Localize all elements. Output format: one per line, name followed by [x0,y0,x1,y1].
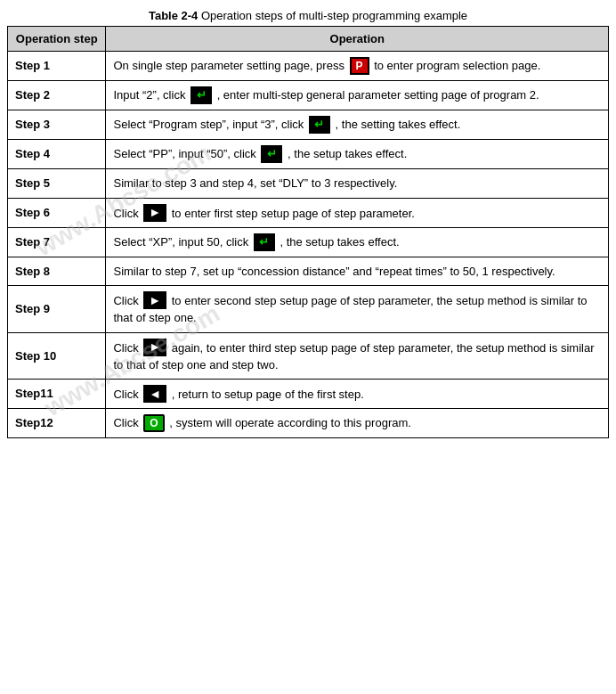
enter-key-icon: ↵ [309,116,330,134]
main-table: Operation step Operation Step 1On single… [7,26,609,438]
arrow-right-icon: ► [143,339,166,356]
table-row: Step 2Input “2”, click ↵ , enter multi-s… [8,81,609,110]
table-row: Step 5Similar to step 3 and step 4, set … [8,169,609,199]
table-title-rest: Operation steps of multi-step programmin… [198,9,467,22]
operation-cell: Select “XP”, input 50, click ↵ , the set… [106,227,609,257]
operation-cell: Click ► to enter first step setup page o… [106,198,609,227]
header-row: Operation step Operation [8,27,609,52]
step-cell: Step 1 [8,52,106,81]
table-row: Step 10Click ► again, to enter third ste… [8,332,609,380]
col-header-step: Operation step [8,27,106,52]
operation-cell: Click ► to enter second step setup page … [106,286,609,333]
operation-cell: Select “PP”, input “50”, click ↵ , the s… [106,140,609,169]
table-row: Step 4Select “PP”, input “50”, click ↵ ,… [8,140,609,169]
p-key-icon: P [350,57,369,75]
table-wrapper: www.Abcse.com www.Abcse.com www.Abcse.co… [7,26,609,438]
operation-cell: Similar to step 3 and step 4, set “DLY” … [106,169,609,199]
arrow-right-icon: ► [143,204,166,222]
enter-key-icon: ↵ [190,86,212,104]
step-cell: Step 2 [8,81,106,110]
operation-cell: On single step parameter setting page, p… [106,52,609,81]
step-cell: Step 9 [8,286,106,333]
operation-cell: Click O , system will operate according … [106,409,609,438]
o-key-icon: O [143,414,164,432]
enter-key-icon: ↵ [254,233,275,251]
table-row: Step 7Select “XP”, input 50, click ↵ , t… [8,227,609,257]
arrow-left-icon: ◄ [143,385,166,403]
table-row: Step 3Select “Program step”, input “3”, … [8,110,609,140]
table-title: Table 2-4 Operation steps of multi-step … [7,9,609,22]
table-title-strong: Table 2-4 [149,9,198,22]
table-row: Step 6Click ► to enter first step setup … [8,198,609,227]
step-cell: Step 7 [8,227,106,257]
step-cell: Step12 [8,409,106,438]
step-cell: Step 3 [8,110,106,140]
step-cell: Step11 [8,380,106,409]
operation-cell: Select “Program step”, input “3”, click … [106,110,609,140]
table-row: Step12Click O , system will operate acco… [8,409,609,438]
step-cell: Step 10 [8,332,106,380]
step-cell: Step 4 [8,140,106,169]
arrow-right-icon: ► [143,291,166,309]
operation-cell: Input “2”, click ↵ , enter multi-step ge… [106,81,609,110]
table-row: Step11Click ◄ , return to setup page of … [8,380,609,409]
step-cell: Step 6 [8,198,106,227]
table-row: Step 9Click ► to enter second step setup… [8,286,609,333]
step-cell: Step 5 [8,169,106,199]
enter-key-icon: ↵ [261,145,282,163]
step-cell: Step 8 [8,257,106,286]
operation-cell: Click ► again, to enter third step setup… [106,332,609,380]
col-header-operation: Operation [106,27,609,52]
table-row: Step 1On single step parameter setting p… [8,52,609,81]
table-row: Step 8Similar to step 7, set up “concess… [8,257,609,286]
operation-cell: Click ◄ , return to setup page of the fi… [106,380,609,409]
operation-cell: Similar to step 7, set up “concession di… [106,257,609,286]
page-container: Table 2-4 Operation steps of multi-step … [0,0,616,447]
